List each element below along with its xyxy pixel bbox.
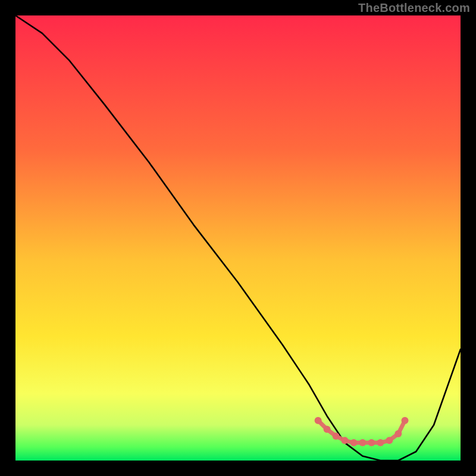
plot-background bbox=[15, 15, 461, 461]
highlight-dot bbox=[315, 417, 322, 424]
highlight-dot bbox=[394, 430, 402, 437]
highlight-dot bbox=[324, 426, 331, 433]
highlight-dot bbox=[377, 439, 384, 446]
highlight-dot bbox=[359, 439, 366, 446]
highlight-dot bbox=[386, 437, 393, 444]
chart-stage: TheBottleneck.com bbox=[0, 0, 476, 476]
watermark-label: TheBottleneck.com bbox=[358, 1, 470, 15]
highlight-dot bbox=[402, 417, 409, 424]
highlight-dot bbox=[333, 433, 340, 440]
highlight-dot bbox=[342, 437, 349, 444]
bottleneck-plot bbox=[0, 0, 476, 476]
highlight-dot bbox=[350, 439, 358, 446]
highlight-dot bbox=[368, 439, 375, 446]
